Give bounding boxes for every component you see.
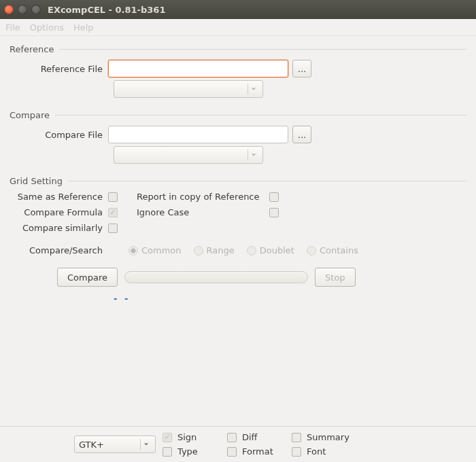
menu-file[interactable]: File — [5, 22, 20, 33]
compare-search-label: Compare/Search — [10, 245, 108, 255]
ignore-case-checkbox[interactable] — [269, 208, 279, 217]
compare-button[interactable]: Compare — [57, 268, 118, 287]
font-checkbox[interactable] — [292, 447, 301, 457]
sign-label: Sign — [177, 432, 197, 442]
menu-options[interactable]: Options — [30, 22, 64, 33]
format-label: Format — [242, 446, 273, 457]
diff-checkbox[interactable] — [227, 433, 237, 442]
footer-bar: GTK+ Sign Diff Summary Type Format Font — [0, 426, 476, 462]
radio-range[interactable] — [194, 246, 203, 255]
summary-label: Summary — [307, 432, 350, 442]
diff-label: Diff — [242, 432, 258, 442]
chevron-down-icon — [248, 149, 258, 160]
radio-doublet[interactable] — [247, 246, 256, 255]
compare-button-label: Compare — [67, 272, 107, 283]
compare-formula-label: Compare Formula — [10, 207, 108, 217]
type-label: Type — [177, 446, 198, 457]
theme-combo[interactable]: GTK+ — [74, 436, 156, 453]
window-close-button[interactable] — [4, 5, 14, 14]
same-as-reference-checkbox[interactable] — [108, 192, 118, 202]
compare-similarly-checkbox[interactable] — [108, 224, 118, 233]
radio-common[interactable] — [129, 246, 138, 255]
window-title: EXcompCEL - 0.81-b361 — [48, 5, 165, 15]
stop-button[interactable]: Stop — [315, 268, 356, 287]
compare-group: Compare Compare File ... — [10, 107, 466, 166]
separator — [55, 115, 466, 116]
report-copy-checkbox[interactable] — [269, 192, 279, 202]
separator — [68, 181, 466, 181]
theme-combo-value: GTK+ — [79, 440, 104, 450]
compare-file-label: Compare File — [10, 130, 108, 140]
radio-doublet-label: Doublet — [260, 245, 294, 255]
radio-contains-label: Contains — [320, 245, 358, 255]
menu-help[interactable]: Help — [73, 22, 94, 33]
ignore-case-label: Ignore Case — [137, 207, 269, 217]
font-label: Font — [307, 446, 326, 457]
reference-sheet-combo[interactable] — [114, 80, 263, 98]
compare-browse-button[interactable]: ... — [292, 126, 311, 143]
radio-contains[interactable] — [307, 246, 316, 255]
grid-setting-legend: Grid Setting — [10, 176, 63, 186]
chevron-down-icon — [140, 439, 151, 450]
reference-file-input[interactable] — [108, 60, 288, 77]
menu-bar: File Options Help — [0, 19, 476, 36]
result-link-placeholder: - - — [114, 294, 130, 304]
radio-range-label: Range — [207, 245, 235, 255]
radio-common-label: Common — [141, 245, 182, 255]
stop-button-label: Stop — [325, 272, 345, 283]
reference-legend: Reference — [10, 44, 54, 54]
ellipsis-icon: ... — [298, 64, 306, 74]
compare-legend: Compare — [10, 110, 50, 120]
reference-group: Reference Reference File ... — [10, 41, 466, 101]
progress-bar — [124, 271, 308, 283]
sign-checkbox[interactable] — [163, 433, 172, 442]
report-copy-label: Report in copy of Reference — [137, 192, 269, 202]
compare-file-input[interactable] — [108, 126, 288, 143]
window-minimize-button[interactable] — [18, 5, 27, 14]
compare-formula-checkbox[interactable] — [108, 208, 118, 217]
same-as-reference-label: Same as Reference — [10, 192, 108, 202]
summary-checkbox[interactable] — [292, 433, 301, 442]
title-bar: EXcompCEL - 0.81-b361 — [0, 0, 476, 19]
ellipsis-icon: ... — [298, 130, 306, 140]
window-maximize-button[interactable] — [31, 5, 41, 14]
format-checkbox[interactable] — [227, 447, 237, 457]
reference-browse-button[interactable]: ... — [292, 60, 311, 77]
compare-sheet-combo[interactable] — [114, 146, 263, 164]
type-checkbox[interactable] — [163, 447, 172, 457]
grid-setting-group: Grid Setting Same as Reference Report in… — [10, 173, 466, 304]
separator — [59, 49, 466, 50]
reference-file-label: Reference File — [10, 64, 108, 74]
chevron-down-icon — [248, 84, 258, 94]
compare-similarly-label: Compare similarly — [10, 223, 108, 233]
